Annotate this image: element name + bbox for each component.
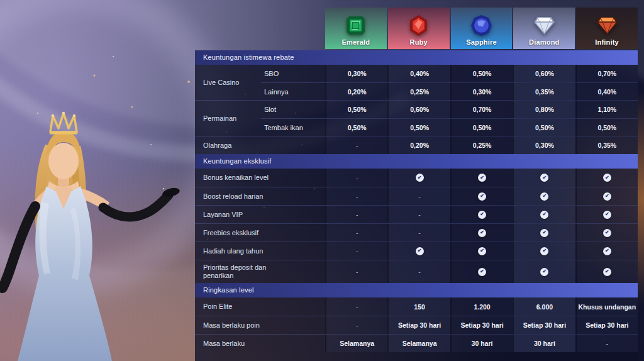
benefit-label-text: Poin Elite — [203, 303, 232, 311]
benefit-label: Freebies eksklusif — [195, 224, 325, 242]
check-icon: ✔ — [540, 247, 548, 255]
table-row: Prioritas deposit dan penarikan--✔✔✔ — [195, 260, 638, 283]
sapphire-gem-icon — [470, 14, 493, 37]
benefit-sublabel: SBO — [261, 65, 325, 82]
tier-column-infinity[interactable]: Infinity — [576, 8, 638, 49]
benefit-value-cell: - — [325, 136, 387, 154]
benefit-value-cell: 0,30% — [450, 83, 513, 100]
benefit-group: Live CasinoSBO0,30%0,40%0,50%0,60%0,70%L… — [195, 65, 638, 100]
tier-column-diamond[interactable]: Diamond — [513, 8, 575, 49]
check-icon: ✔ — [603, 192, 611, 201]
benefit-value-cell: 0,40% — [575, 83, 638, 100]
benefit-label: Masa berlaku — [195, 335, 325, 352]
tier-column-emerald[interactable]: Emerald — [325, 8, 387, 49]
benefit-group-label: Olahraga — [195, 136, 261, 154]
check-icon: ✔ — [478, 229, 486, 237]
diamond-gem-icon — [533, 14, 556, 37]
tier-column-sapphire[interactable]: Sapphire — [451, 8, 513, 49]
infinity-gem-icon — [596, 14, 619, 37]
row-values: 0,50%0,60%0,70%0,80%1,10% — [325, 101, 638, 118]
benefit-value-cell: 30 hari — [513, 335, 575, 352]
benefit-value-cell: 1,10% — [575, 101, 638, 118]
benefit-check-cell: ✔ — [575, 187, 638, 205]
benefit-check-cell: ✔ — [450, 224, 513, 242]
benefit-value-cell: 0,60% — [513, 65, 575, 82]
benefit-check-cell: ✔ — [387, 169, 450, 187]
check-icon: ✔ — [603, 229, 611, 237]
check-icon: ✔ — [603, 211, 611, 219]
check-icon: ✔ — [416, 174, 424, 182]
benefit-check-cell: ✔ — [450, 187, 513, 205]
benefit-value-cell: 0,30% — [325, 65, 387, 82]
benefit-value-cell: 0,50% — [325, 119, 387, 136]
benefit-value-cell: 0,70% — [575, 65, 638, 82]
benefit-label: Masa berlaku poin — [195, 316, 325, 334]
benefit-value-cell: - — [325, 316, 387, 334]
benefit-value-cell: - — [387, 260, 450, 283]
benefit-label-text: Layanan VIP — [203, 211, 243, 219]
check-icon: ✔ — [478, 192, 486, 201]
check-icon: ✔ — [603, 268, 611, 276]
section-header: Keuntungan istimewa rebate — [195, 50, 638, 65]
table-row: Tembak ikan0,50%0,50%0,50%0,50%0,50% — [261, 118, 638, 136]
benefit-check-cell: ✔ — [575, 260, 638, 283]
check-icon: ✔ — [416, 247, 424, 255]
benefit-value-cell: - — [325, 260, 387, 283]
row-values: 0,50%0,50%0,50%0,50%0,50% — [325, 119, 638, 136]
table-row: Lainnya0,20%0,25%0,30%0,35%0,40% — [261, 82, 638, 100]
benefit-check-cell: ✔ — [575, 224, 638, 242]
table-row: Hadiah ulang tahun-✔✔✔✔ — [195, 242, 638, 260]
benefit-sublabel — [261, 136, 325, 154]
row-values: SelamanyaSelamanya30 hari30 hari- — [325, 335, 638, 352]
check-icon: ✔ — [603, 174, 611, 182]
benefit-sublabel: Tembak ikan — [261, 119, 325, 136]
row-values: --✔✔✔ — [325, 206, 638, 223]
emerald-gem-icon — [344, 14, 367, 37]
row-values: 0,20%0,25%0,30%0,35%0,40% — [325, 83, 638, 100]
benefit-label-text: Bonus kenaikan level — [203, 174, 269, 182]
benefit-value-cell: 0,50% — [325, 101, 387, 118]
benefit-value-cell: Setiap 30 hari — [387, 316, 450, 334]
benefit-value-cell: Setiap 30 hari — [575, 316, 638, 334]
tier-column-ruby[interactable]: Ruby — [388, 8, 450, 49]
table-row: Boost reload harian--✔✔✔ — [195, 187, 638, 205]
benefit-check-cell: ✔ — [450, 260, 513, 283]
tier-label: Diamond — [529, 38, 559, 46]
benefit-value-cell: 0,70% — [450, 101, 513, 118]
benefit-value-cell: - — [325, 242, 387, 260]
benefit-check-cell: ✔ — [450, 206, 513, 223]
section-header: Ringkasan level — [195, 283, 638, 297]
check-icon: ✔ — [540, 174, 548, 182]
benefit-group-rows: Slot0,50%0,60%0,70%0,80%1,10%Tembak ikan… — [261, 101, 638, 136]
benefit-value-cell: - — [387, 224, 450, 242]
benefit-value-cell: 0,50% — [450, 119, 513, 136]
benefit-check-cell: ✔ — [513, 206, 575, 223]
benefit-label: Bonus kenaikan level — [195, 169, 325, 187]
benefit-group-rows: SBO0,30%0,40%0,50%0,60%0,70%Lainnya0,20%… — [261, 65, 638, 100]
benefit-check-cell: ✔ — [513, 169, 575, 187]
benefit-value-cell: 0,20% — [387, 136, 450, 154]
benefit-value-cell: 0,50% — [387, 119, 450, 136]
table-row: SBO0,30%0,40%0,50%0,60%0,70% — [261, 65, 638, 82]
benefit-value-cell: - — [387, 206, 450, 223]
benefit-value-cell: 0,35% — [575, 136, 638, 154]
benefit-value-cell: 0,20% — [325, 83, 387, 100]
ruby-gem-icon — [407, 14, 430, 37]
benefit-label: Poin Elite — [195, 297, 325, 316]
benefit-value-cell: - — [387, 187, 450, 205]
table-row: Poin Elite-1501.2006.000Khusus undangan — [195, 297, 638, 316]
benefit-check-cell: ✔ — [513, 242, 575, 260]
benefit-value-cell: 0,25% — [387, 83, 450, 100]
benefit-label-text: Masa berlaku poin — [203, 321, 260, 330]
benefit-group: PermainanSlot0,50%0,60%0,70%0,80%1,10%Te… — [195, 100, 638, 136]
benefit-label-text: Hadiah ulang tahun — [203, 247, 263, 255]
benefit-sublabel: Lainnya — [261, 83, 325, 100]
benefit-label: Prioritas deposit dan penarikan — [195, 260, 325, 283]
benefit-value-cell: - — [325, 297, 387, 316]
benefit-value-cell: - — [325, 187, 387, 205]
benefit-group-label: Permainan — [195, 101, 261, 136]
benefit-value-cell: Setiap 30 hari — [450, 316, 513, 334]
tier-label: Emerald — [341, 38, 370, 46]
benefit-check-cell: ✔ — [450, 169, 513, 187]
row-values: --✔✔✔ — [325, 187, 638, 205]
